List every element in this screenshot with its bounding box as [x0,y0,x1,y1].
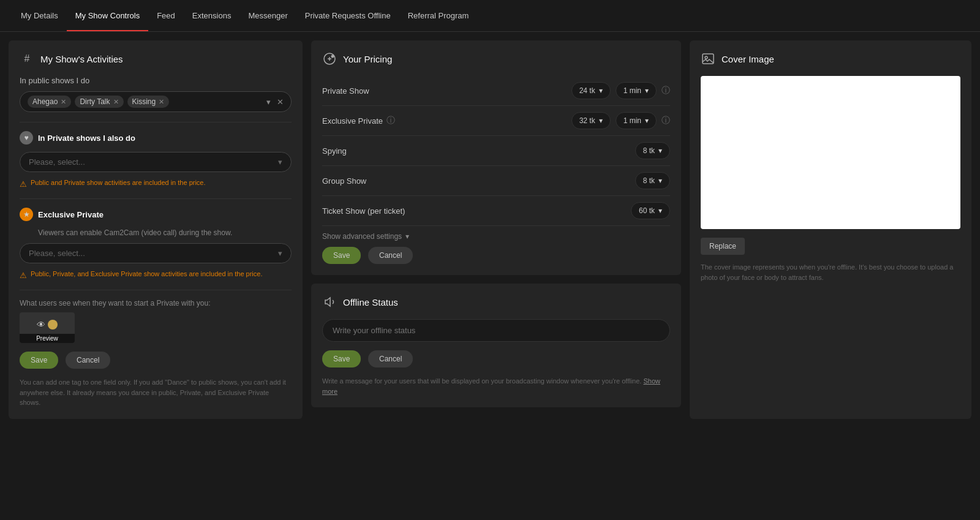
private-show-price[interactable]: 24 tk ▾ [571,82,611,99]
private-show-info-icon[interactable]: ⓘ [662,85,670,96]
nav-messenger[interactable]: Messenger [239,0,296,31]
duration-arrow-1: ▾ [645,86,649,95]
ticket-show-controls: 60 tk ▾ [631,202,670,219]
tag-kissing[interactable]: Kissing ✕ [127,96,170,108]
pricing-save-button[interactable]: Save [322,247,361,264]
nav-feed[interactable]: Feed [148,0,184,31]
preview-circle-icon [48,320,58,330]
advanced-arrow-icon: ▾ [405,232,409,241]
nav-my-show-controls[interactable]: My Show Controls [67,0,148,31]
pricing-row-ticket: Ticket Show (per ticket) 60 tk ▾ [322,196,670,226]
spying-price[interactable]: 8 tk ▾ [635,142,670,159]
warning-icon-2: ⚠ [20,270,27,281]
activities-panel-title: # My Show's Activities [20,51,292,66]
offline-panel: Offline Status Save Cancel Write a messa… [311,284,681,407]
private-icon: ♥ [20,131,33,145]
tags-clear-icon[interactable]: ✕ [277,97,284,107]
megaphone-icon [322,295,337,309]
cover-panel-title: Cover Image [701,51,960,66]
private-shows-title: In Private shows I also do [38,134,135,143]
activities-cancel-button[interactable]: Cancel [66,352,110,369]
remove-kissing-icon[interactable]: ✕ [159,98,164,106]
remove-dirty-talk-icon[interactable]: ✕ [113,98,119,106]
pricing-row-private: Private Show 24 tk ▾ 1 min ▾ ⓘ [322,76,670,106]
exclusive-show-price[interactable]: 32 tk ▾ [571,112,611,129]
private-select[interactable]: Please, select... ▾ [20,152,292,172]
pricing-panel: Your Pricing Private Show 24 tk ▾ 1 min … [311,40,681,275]
exclusive-dropdown-arrow: ▾ [278,249,282,258]
nav-referral-program[interactable]: Referral Program [399,0,478,31]
exclusive-select[interactable]: Please, select... ▾ [20,243,292,263]
private-dropdown-arrow: ▾ [278,157,282,167]
activities-footnote: You can add one tag to one field only. I… [20,377,292,408]
divider-3 [20,290,292,290]
preview-label: Preview [20,334,75,343]
activities-actions: Save Cancel [20,352,292,369]
activities-save-button[interactable]: Save [20,352,58,369]
group-show-controls: 8 tk ▾ [635,172,670,189]
exclusive-icon: ★ [20,208,33,221]
price-arrow-4: ▾ [658,176,662,185]
tag-dirty-talk[interactable]: Dirty Talk ✕ [75,96,123,108]
exclusive-private-label: Exclusive Private ⓘ [322,115,571,126]
pricing-row-spying: Spying 8 tk ▾ [322,136,670,166]
cover-replace-button[interactable]: Replace [701,238,745,255]
offline-cancel-button[interactable]: Cancel [368,350,413,367]
private-show-duration[interactable]: 1 min ▾ [616,82,657,99]
nav-private-requests[interactable]: Private Requests Offline [296,0,399,31]
duration-arrow-2: ▾ [645,116,649,125]
price-arrow-3: ▾ [658,146,662,155]
group-show-price[interactable]: 8 tk ▾ [635,172,670,189]
pricing-actions: Save Cancel [322,247,670,264]
exclusive-show-controls: 32 tk ▾ 1 min ▾ ⓘ [571,112,670,129]
nav-my-details[interactable]: My Details [12,0,67,31]
ticket-show-label: Ticket Show (per ticket) [322,206,631,216]
price-arrow-2: ▾ [599,116,603,125]
pricing-row-exclusive: Exclusive Private ⓘ 32 tk ▾ 1 min ▾ ⓘ [322,106,670,136]
offline-actions: Save Cancel [322,350,670,367]
private-warning: ⚠ Public and Private show activities are… [20,178,292,190]
center-panels: Your Pricing Private Show 24 tk ▾ 1 min … [311,40,681,419]
private-show-controls: 24 tk ▾ 1 min ▾ ⓘ [571,82,670,99]
spying-controls: 8 tk ▾ [635,142,670,159]
public-shows-label: In public shows I do [20,76,292,85]
pricing-cancel-button[interactable]: Cancel [368,247,413,264]
spying-label: Spying [322,146,635,156]
public-tags-input[interactable]: Ahegao ✕ Dirty Talk ✕ Kissing ✕ ▾ ✕ [20,91,292,112]
remove-ahegao-icon[interactable]: ✕ [61,98,66,106]
divider-2 [20,198,292,199]
tag-ahegao[interactable]: Ahegao ✕ [28,96,71,108]
warning-icon-1: ⚠ [20,179,27,190]
svg-point-1 [331,55,334,58]
offline-panel-title: Offline Status [322,295,670,309]
offline-save-button[interactable]: Save [322,350,361,367]
price-arrow-1: ▾ [599,86,603,95]
hashtag-icon: # [20,51,34,66]
pricing-icon [322,51,337,66]
cover-description: The cover image represents you when you'… [701,262,960,282]
exclusive-private-desc: Viewers can enable Cam2Cam (video call) … [20,228,292,237]
navigation: My Details My Show Controls Feed Extensi… [0,0,980,32]
preview-eye-icon: 👁 [37,320,45,330]
nav-extensions[interactable]: Extensions [184,0,240,31]
tags-dropdown-arrow[interactable]: ▾ [266,97,271,107]
activities-panel: # My Show's Activities In public shows I… [9,40,303,419]
cover-image-panel: Cover Image Replace The cover image repr… [690,40,971,419]
ticket-show-price[interactable]: 60 tk ▾ [631,202,670,219]
main-content: # My Show's Activities In public shows I… [0,32,980,428]
pricing-row-group: Group Show 8 tk ▾ [322,166,670,196]
group-show-label: Group Show [322,176,635,186]
offline-description: Write a message for your users that will… [322,376,670,396]
advanced-settings[interactable]: Show advanced settings ▾ [322,226,670,247]
exclusive-info-icon-label[interactable]: ⓘ [386,115,395,126]
pricing-panel-title: Your Pricing [322,51,670,66]
exclusive-private-title: Exclusive Private [38,210,104,219]
exclusive-warning: ⚠ Public, Private, and Exclusive Private… [20,269,292,281]
exclusive-show-duration[interactable]: 1 min ▾ [616,112,657,129]
svg-point-3 [705,56,707,59]
exclusive-info-icon[interactable]: ⓘ [662,115,670,126]
what-users-see-label: What users see when they want to start a… [20,299,292,307]
offline-status-input[interactable] [322,319,670,342]
exclusive-private-header: ★ Exclusive Private [20,208,292,221]
cover-icon [701,51,715,66]
